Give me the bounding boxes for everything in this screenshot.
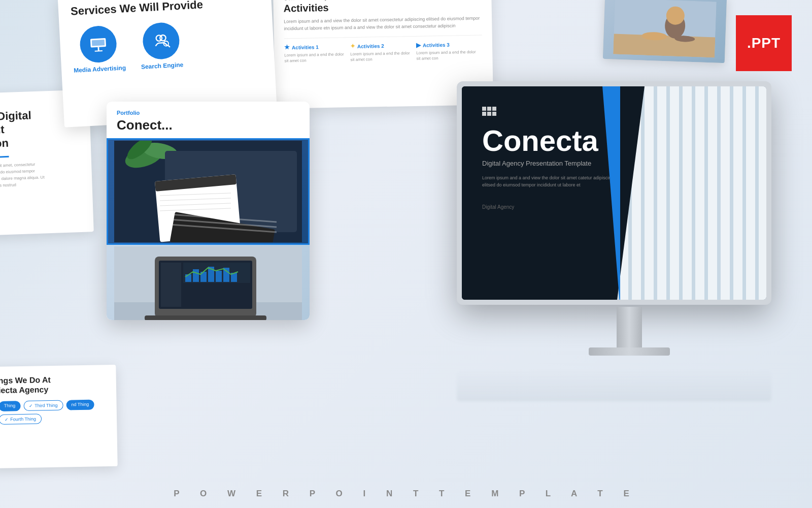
portfolio-header: Portfolio Conect...: [107, 102, 310, 138]
arrow-icon: ▶: [416, 42, 421, 49]
tag-thing-4: ✓ Fourth Thing: [0, 414, 42, 425]
svg-rect-39: [216, 271, 222, 282]
search-engine-label: Search Engine: [141, 61, 184, 71]
icon-media-advertising: Media Advertising: [72, 25, 126, 74]
notebook-visual-container: [108, 140, 308, 243]
svg-rect-42: [145, 315, 266, 321]
logo-icon: [482, 107, 496, 116]
activity-1-label: Activities 1: [292, 44, 319, 50]
portfolio-image-2: [107, 245, 310, 320]
monitor-stand-base: [589, 347, 670, 356]
monitor-body: Conecta Digital Agency Presentation Temp…: [457, 81, 771, 305]
portfolio-title: Conect...: [117, 117, 299, 133]
slide-things: ngs We Do Atiecta Agency Thing ✓ Third T…: [0, 365, 118, 468]
portfolio-image-1: [107, 138, 310, 245]
svg-rect-51: [695, 86, 704, 300]
svg-rect-47: [645, 86, 654, 300]
slide-topright-image: [603, 0, 727, 63]
svg-rect-49: [670, 86, 679, 300]
svg-rect-52: [708, 86, 717, 300]
digital-divider: [0, 156, 9, 158]
svg-point-5: [160, 35, 166, 41]
svg-rect-54: [733, 86, 742, 300]
monitor: Conecta Digital Agency Presentation Temp…: [457, 81, 802, 386]
activity-item-1: ★ Activities 1 Lorem ipsum and a end the…: [284, 43, 351, 64]
activities-body: Lorem ipsum and a and view the dolor sit…: [284, 15, 482, 33]
media-advertising-label: Media Advertising: [74, 65, 126, 74]
activities-title: Activities: [283, 0, 481, 14]
icon-search-engine: Search Engine: [139, 22, 184, 71]
svg-rect-53: [721, 86, 730, 300]
tag-thing-3: ✓ Third Thing: [23, 400, 63, 411]
things-title: ngs We Do Atiecta Agency: [0, 374, 107, 395]
svg-line-7: [168, 46, 170, 47]
activity-2-label: Activities 2: [357, 43, 384, 49]
svg-line-2: [95, 51, 103, 51]
tag-thing-2: nd Thing: [66, 400, 94, 410]
sun-icon: ✦: [350, 43, 355, 50]
svg-rect-55: [746, 86, 755, 300]
bottom-text: P O W E R P O I N T T E M P L A T E: [0, 489, 812, 499]
monitor-stand: [589, 307, 670, 356]
svg-rect-50: [683, 86, 692, 300]
blue-accent-stripe: [602, 86, 620, 300]
ppt-badge: .PPT: [736, 15, 792, 71]
svg-rect-36: [193, 269, 199, 282]
activity-item-2: ✦ Activities 2 Lorem ipsum and a end the…: [350, 42, 417, 63]
check-icon: ✓: [29, 403, 33, 408]
slide-portfolio: Portfolio Conect...: [107, 102, 310, 320]
monitor-stand-neck: [617, 307, 642, 347]
check-icon-2: ✓: [5, 417, 9, 422]
activity-1-body: Lorem ipsum and a end the dolor sit amet…: [284, 51, 345, 64]
svg-rect-33: [161, 263, 181, 307]
tag-thing-1: Thing: [0, 401, 20, 412]
laptop-visual-container: [107, 245, 310, 320]
activity-2-body: Lorem ipsum and a end the dolor sit amet…: [350, 50, 411, 62]
svg-rect-56: [759, 86, 766, 300]
ppt-badge-label: .PPT: [747, 35, 781, 51]
monitor-reflection: [457, 371, 771, 401]
activity-3-label: Activities 3: [423, 42, 450, 48]
portfolio-eyebrow: Portfolio: [117, 110, 299, 116]
svg-rect-35: [185, 274, 191, 282]
activity-item-3: ▶ Activities 3 Lorem ipsum and a end the…: [416, 41, 483, 62]
services-title: Services We Will Provide: [70, 0, 259, 18]
star-icon: ★: [284, 44, 290, 51]
monitor-screen: Conecta Digital Agency Presentation Temp…: [462, 86, 766, 300]
digital-body: e so sit amet, consectetura sed do eiusm…: [0, 160, 83, 189]
slide-topright-inner: [603, 0, 727, 63]
svg-rect-48: [657, 86, 666, 300]
svg-rect-3: [92, 40, 105, 46]
activity-3-body: Lorem ipsum and a end the dolor sit amet…: [416, 49, 477, 61]
